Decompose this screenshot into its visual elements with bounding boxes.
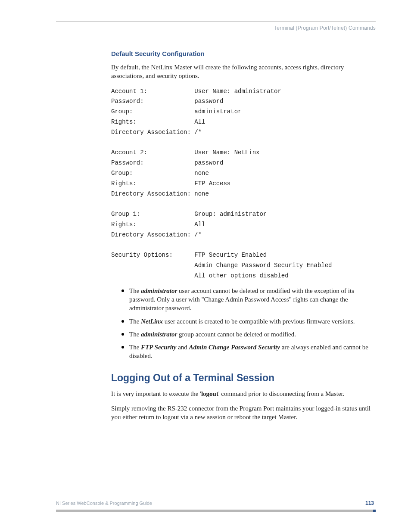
section-heading-logging-out: Logging Out of a Terminal Session bbox=[111, 371, 376, 385]
note-item-2: The NetLinx user account is created to b… bbox=[129, 317, 376, 326]
emphasis-netlinx: NetLinx bbox=[141, 318, 163, 325]
emphasis-logout: logout bbox=[201, 390, 218, 397]
note-item-4: The FTP Security and Admin Change Passwo… bbox=[129, 343, 376, 361]
page-container: Terminal (Program Port/Telnet) Commands … bbox=[0, 0, 411, 532]
notes-list: The administrator user account cannot be… bbox=[111, 286, 376, 361]
text-fragment: The bbox=[129, 318, 141, 325]
note-text: The administrator group account cannot b… bbox=[129, 331, 296, 338]
text-fragment: The bbox=[129, 287, 141, 294]
text-fragment: and bbox=[176, 344, 189, 351]
footer-bar bbox=[56, 510, 376, 512]
content-area: Default Security Configuration By defaul… bbox=[111, 49, 376, 421]
page-footer: NI Series WebConsole & Programming Guide… bbox=[56, 500, 376, 512]
section-heading-default-security: Default Security Configuration bbox=[111, 49, 376, 59]
note-text: The administrator user account cannot be… bbox=[129, 287, 354, 312]
emphasis-administrator: administrator bbox=[141, 287, 177, 294]
text-fragment: The bbox=[129, 344, 141, 351]
footer-title: NI Series WebConsole & Programming Guide bbox=[56, 500, 152, 507]
text-fragment: ' command prior to disconnecting from a … bbox=[218, 390, 345, 397]
emphasis-administrator: administrator bbox=[141, 331, 177, 338]
text-fragment: user account is created to be compatible… bbox=[163, 318, 355, 325]
top-rule bbox=[56, 22, 376, 22]
emphasis-admin-change-password: Admin Change Password Security bbox=[189, 344, 280, 351]
note-item-1: The administrator user account cannot be… bbox=[129, 286, 376, 313]
note-item-3: The administrator group account cannot b… bbox=[129, 330, 376, 339]
footer-line: NI Series WebConsole & Programming Guide… bbox=[56, 500, 376, 510]
note-text: The NetLinx user account is created to b… bbox=[129, 318, 355, 325]
default-accounts-listing: Account 1: User Name: administrator Pass… bbox=[111, 87, 376, 281]
text-fragment: group account cannot be deleted or modif… bbox=[177, 331, 296, 338]
intro-paragraph: By default, the NetLinx Master will crea… bbox=[111, 63, 376, 81]
note-text: The FTP Security and Admin Change Passwo… bbox=[129, 344, 368, 359]
logout-paragraph-1: It is very important to execute the 'log… bbox=[111, 389, 376, 398]
emphasis-ftp-security: FTP Security bbox=[141, 344, 176, 351]
page-number: 113 bbox=[365, 500, 376, 507]
text-fragment: It is very important to execute the ' bbox=[111, 390, 201, 397]
running-header: Terminal (Program Port/Telnet) Commands bbox=[56, 25, 376, 32]
logout-paragraph-2: Simply removing the RS-232 connector fro… bbox=[111, 404, 376, 422]
text-fragment: The bbox=[129, 331, 141, 338]
